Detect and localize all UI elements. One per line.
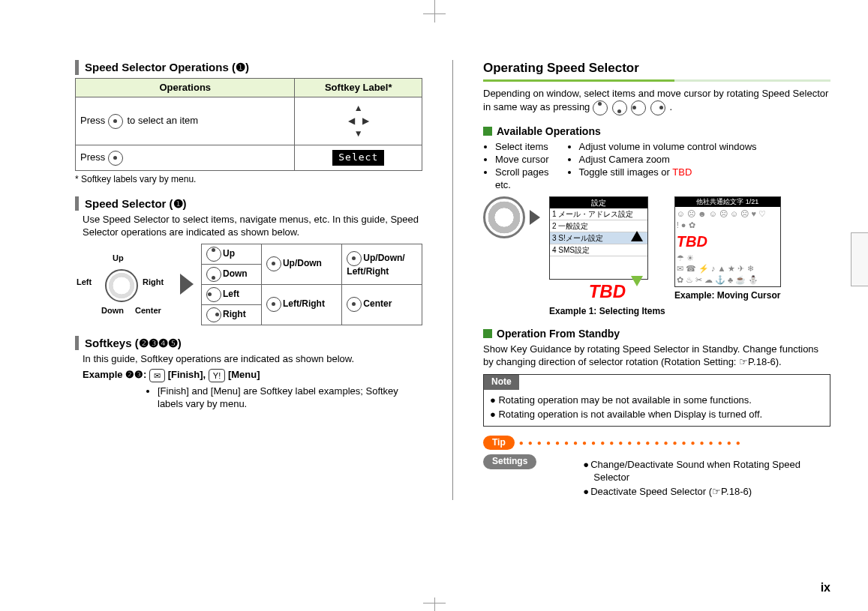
- th-operations: Operations: [76, 78, 295, 97]
- arrow-right-small-icon: [530, 210, 540, 225]
- settings-item-2: Deactivate Speed Selector (☞P.18-6): [593, 486, 830, 499]
- square-bullet-icon-2: [483, 329, 492, 338]
- note-item-1: Rotating operation may be not available …: [490, 394, 824, 407]
- leftright-key-icon: [266, 297, 281, 312]
- subheading-available-ops: Available Operations: [483, 124, 830, 138]
- page-number: ix: [821, 580, 830, 596]
- right-key-icon: [206, 307, 221, 322]
- diag-right-label: Right: [143, 277, 164, 287]
- row1-softkey-label: ▲◀ ▶▼: [295, 97, 422, 145]
- row2-operation: Press: [76, 145, 295, 171]
- example-bullet-1: [Finish] and [Menu] are Softkey label ex…: [158, 385, 422, 411]
- operating-intro: Depending on window, select items and mo…: [483, 88, 830, 115]
- square-bullet-icon: [483, 127, 492, 136]
- udlr-key-icon: [347, 251, 362, 266]
- th-softkey-label: Softkey Label*: [295, 78, 422, 97]
- example-screen-1: 設定 1 メール・アドレス設定 2 一般設定 3 S!メール設定 4 SMS設定: [549, 196, 648, 280]
- arrow-right-icon: [180, 274, 194, 295]
- softkeys-example: Example ❷❸: ✉ [Finish], Y! [Menu]: [75, 369, 422, 382]
- up-icon: [593, 100, 608, 115]
- subheading-standby: Operation From Standby: [483, 327, 830, 340]
- right-icon: [650, 100, 665, 115]
- select-softkey-badge: Select: [332, 150, 384, 166]
- settings-item-1: Change/Deactivate Sound when Rotating Sp…: [593, 459, 830, 484]
- left-icon: [631, 100, 646, 115]
- example-screen-2: 他社共通絵文字 1/21 ☺ ☹ ☻ ☺ ☹ ☺ ☹ ♥ ♡! ● ✿ TBD …: [674, 196, 781, 287]
- standby-desc: Show Key Guidance by rotating Speed Sele…: [483, 343, 830, 369]
- heading-operating: Operating Speed Selector: [483, 60, 830, 76]
- yahoo-softkey-icon: Y!: [209, 369, 225, 382]
- selector-dial-icon: [105, 269, 138, 302]
- diag-center-label: Center: [135, 305, 161, 316]
- down-icon: [612, 100, 627, 115]
- center-key-icon: [108, 151, 123, 166]
- heading-speed-selector-ops: Speed Selector Operations (❶): [75, 60, 422, 75]
- selector-dial-large-icon: [483, 196, 525, 238]
- dotted-line: ●●●●●●●●●●●●●●●●●●●●●●●●●: [519, 438, 830, 448]
- tip-badge: Tip: [483, 436, 515, 451]
- diag-down-label: Down: [101, 305, 124, 316]
- row2-softkey-label: Select: [295, 145, 422, 171]
- down-key-icon: [206, 267, 221, 282]
- softkeys-desc: In this guide, Softkey operations are in…: [75, 353, 422, 366]
- diag-up-label: Up: [113, 253, 124, 263]
- center-key-icon-2: [347, 297, 362, 312]
- operations-table: Operations Softkey Label* Press to selec…: [75, 78, 422, 171]
- key-legend-table: Up Up/Down Up/Down/ Left/Right Down Left…: [201, 244, 422, 325]
- note-box: Note Rotating operation may be not avail…: [483, 374, 830, 426]
- table-footnote: * Softkey labels vary by menu.: [75, 174, 422, 186]
- ops-list-b: Adjust volume in volume control windows …: [567, 141, 757, 192]
- row1-operation: Press to select an item: [76, 97, 295, 145]
- diag-left-label: Left: [77, 277, 92, 287]
- heading-speed-selector: Speed Selector (❶): [75, 196, 422, 211]
- note-header: Note: [484, 375, 519, 390]
- ops-etc: etc.: [483, 179, 549, 192]
- emoji-grid: ☺ ☹ ☻ ☺ ☹ ☺ ☹ ♥ ♡! ● ✿ TBD ☂ ☀✉ ☎ ⚡ ♪ ▲ …: [675, 207, 780, 286]
- caption-example-2: Example: Moving Cursor: [674, 290, 781, 302]
- ops-list-a: Select items Move cursor Scroll pages: [483, 141, 549, 179]
- multi-selector-icon: [108, 114, 123, 129]
- left-key-icon: [206, 287, 221, 302]
- updown-key-icon: [266, 256, 281, 271]
- heading-softkeys: Softkeys (❷❸❹❺): [75, 336, 422, 351]
- up-key-icon: [206, 247, 221, 262]
- speed-selector-desc: Use Speed Selector to select items, navi…: [75, 214, 422, 239]
- settings-badge: Settings: [483, 454, 536, 469]
- heading-underline: [483, 79, 830, 82]
- caption-example-1: Example 1: Selecting Items: [549, 306, 665, 318]
- arrows-udlr-icon: ▲◀ ▶▼: [348, 103, 369, 139]
- note-item-2: Rotating operation is not available when…: [490, 409, 824, 421]
- selector-diagram: Up Left Right Down Center: [75, 247, 173, 322]
- tbd-label-1: TBD: [549, 280, 665, 303]
- mail-softkey-icon: ✉: [149, 369, 165, 382]
